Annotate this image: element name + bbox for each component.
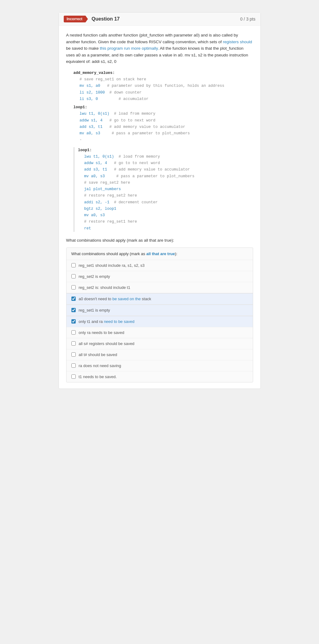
- option-text-1: reg_set1 should include ra, s1, s2, s3: [79, 263, 145, 268]
- combinations-box: What combinations should apply (mark as …: [66, 247, 253, 382]
- code-line: lwu t1, 0(s1) # load from memory: [80, 111, 253, 117]
- checkbox-opt2[interactable]: [71, 274, 76, 278]
- code-line: add s3, t1 # add memory value to accumul…: [80, 124, 253, 130]
- option-text-8: all s# registers should be saved: [79, 341, 135, 346]
- option-text-6: only t1 and ra need to be saved: [79, 319, 135, 324]
- combinations-box-header: What combinations should apply (mark as …: [66, 248, 253, 260]
- code-line: add s3, t1 # add memory value to accumul…: [84, 167, 253, 173]
- checkbox-opt4[interactable]: [71, 297, 76, 301]
- option-only-ra[interactable]: only ra needs to be saved: [66, 327, 253, 338]
- code-line: addw s1, 4 # go to to next word: [84, 160, 253, 167]
- option-text-5: reg_set1 is empty: [79, 308, 110, 312]
- combinations-label: What combinations should apply (mark as …: [66, 238, 253, 243]
- code-line: # save reg_set2 here: [84, 180, 253, 186]
- option-all-t-regs[interactable]: all t# should be saved: [66, 349, 253, 360]
- option-only-t1-ra[interactable]: only t1 and ra need to be saved: [66, 316, 253, 327]
- code-line: addi s2, -1 # decrement counter: [84, 199, 253, 206]
- code-line: mv a0, s3 # pass a parameter to plot_num…: [80, 130, 253, 137]
- code-line: add_memory_values:: [74, 70, 253, 76]
- option-text-2: reg_set2 is empty: [79, 274, 110, 279]
- option-t1-save[interactable]: t1 needs to be saved.: [66, 371, 253, 382]
- question-description: A nested function calls another function…: [66, 32, 253, 65]
- checkbox-opt6[interactable]: [71, 319, 76, 324]
- code-line: mv s1, a0 # parameter used by this funct…: [80, 83, 253, 89]
- code-block-1: add_memory_values: # save reg_set1 on st…: [74, 70, 253, 144]
- code-line: jal plot_numbers: [84, 186, 253, 193]
- option-reg-set2-t1[interactable]: reg_set2 is: should include t1: [66, 282, 253, 293]
- option-text-3: reg_set2 is: should include t1: [79, 285, 130, 290]
- code-line: bgtz s2, loop1: [84, 206, 253, 212]
- question-container: Incorrect Question 17 0 / 3 pts A nested…: [59, 12, 261, 389]
- option-text-9: all t# should be saved: [79, 352, 117, 357]
- checkbox-opt10[interactable]: [71, 363, 76, 368]
- code-line: li s3, 0 # accumulator: [80, 96, 253, 102]
- option-text-11: t1 needs to be saved.: [79, 374, 117, 379]
- code-line: lwu t1, 0(s1) # load from memory: [84, 154, 253, 160]
- question-title: Question 17: [92, 16, 240, 22]
- checkbox-opt3[interactable]: [71, 285, 76, 289]
- code-line: # restore reg_set1 here: [84, 219, 253, 225]
- code-line: li s2, 1000 # down counter: [80, 90, 253, 96]
- option-text-4: a0 doesn't need to be saved on the stack: [79, 297, 151, 301]
- question-points: 0 / 3 pts: [240, 17, 256, 21]
- code-line: addw s1, 4 # go to to next word: [80, 117, 253, 124]
- option-reg-set2-empty[interactable]: reg_set2 is empty: [66, 271, 253, 282]
- highlight-text: all that are true: [146, 251, 175, 256]
- code-line: # restore reg_set2 here: [84, 193, 253, 199]
- checkbox-opt9[interactable]: [71, 352, 76, 357]
- code-block-2: loop1: lwu t1, 0(s1) # load from memory …: [74, 147, 253, 232]
- checkbox-opt7[interactable]: [71, 330, 76, 335]
- checkbox-opt5[interactable]: [71, 308, 76, 312]
- option-a0-no-save[interactable]: a0 doesn't need to be saved on the stack: [66, 293, 253, 305]
- code-line: ret: [84, 225, 253, 232]
- code-line: -: [80, 137, 253, 143]
- question-header: Incorrect Question 17 0 / 3 pts: [59, 13, 260, 26]
- option-ra-no-save[interactable]: ra does not need saving: [66, 360, 253, 371]
- option-text-7: only ra needs to be saved: [79, 330, 124, 335]
- code-line: loop1:: [78, 147, 253, 154]
- code-line: mv a0, s3 # pass a parameter to plot_num…: [84, 173, 253, 180]
- checkbox-opt8[interactable]: [71, 341, 76, 346]
- incorrect-badge: Incorrect: [64, 16, 88, 22]
- option-all-s-regs[interactable]: all s# registers should be saved: [66, 338, 253, 349]
- question-body: A nested function calls another function…: [59, 26, 260, 389]
- option-reg-set1-ra-s1-s2-s3[interactable]: reg_set1 should include ra, s1, s2, s3: [66, 260, 253, 271]
- code-line: # save reg_set1 on stack here: [80, 76, 253, 83]
- code-line: mv a0, s3: [84, 212, 253, 219]
- checkbox-opt11[interactable]: [71, 374, 76, 379]
- checkbox-opt1[interactable]: [71, 263, 76, 267]
- option-reg-set1-empty[interactable]: reg_set1 is empty: [66, 305, 253, 316]
- option-text-10: ra does not need saving: [79, 363, 121, 368]
- code-line: loop1:: [74, 104, 253, 111]
